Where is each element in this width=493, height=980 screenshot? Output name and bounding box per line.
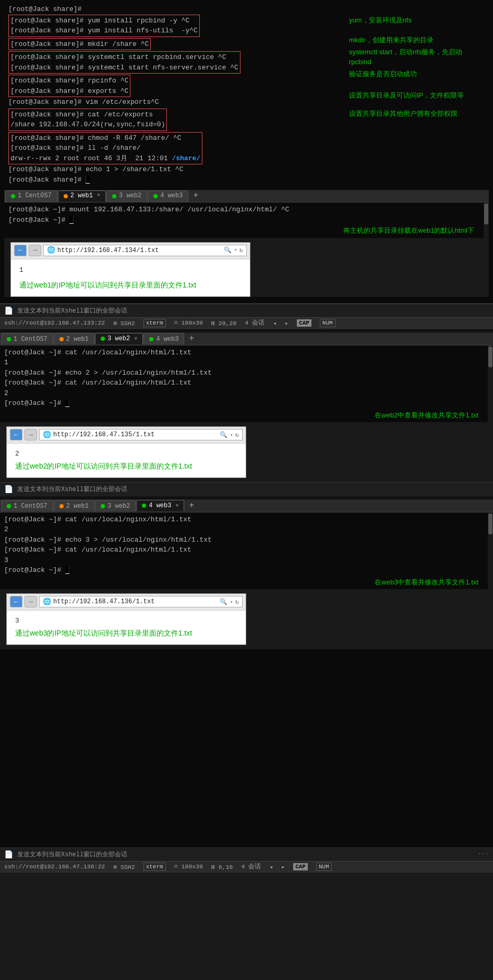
browser-refresh-btn-3[interactable]: ↻	[235, 598, 239, 606]
tab-label-3-4: 4 web3	[149, 502, 171, 509]
session2-section: 1 CentOS7 2 web1 3 web2 × 4 web3 + [root…	[0, 333, 493, 478]
browser-refresh-btn-2[interactable]: ↻	[235, 431, 239, 439]
term-line-3-2: 2	[4, 524, 489, 535]
num-badge-1: NUM	[320, 319, 335, 327]
browser-description-1: 通过web1的IP地址可以访问到共享目录里面的文件1.txt	[19, 280, 242, 290]
status-bar-bottom: ssh://root@192.168.47.136:22 ⊕ SSH2 xter…	[0, 861, 493, 873]
term-line-2-4: [root@Jack ~]# cat /usr/local/nginx/html…	[4, 378, 489, 388]
tab-web2-1[interactable]: 3 web2	[106, 190, 147, 202]
browser-url-text-1: http://192.168.47.134/1.txt	[57, 246, 222, 255]
term-line-3-4: [root@Jack ~]# cat /usr/local/nginx/html…	[4, 545, 489, 555]
browser-back-btn-1[interactable]: ←	[14, 245, 27, 256]
term-line: [root@Jack share]# vim /etc/exports^C	[8, 97, 345, 107]
tab-web1-2[interactable]: 2 web1	[54, 333, 94, 344]
browser-url-text-3: http://192.168.47.136/1.txt	[53, 598, 218, 605]
tab-add-btn-1[interactable]: +	[189, 190, 202, 202]
tab-centos7-1[interactable]: 1 CentOS7	[5, 190, 57, 202]
tab-web2-2[interactable]: 3 web2 ×	[95, 333, 143, 344]
browser-toolbar-1: ← → 🌐 http://192.168.47.134/1.txt 🔍 ▾ ↻	[11, 243, 250, 259]
cmd-box-2: [root@Jack share]# mkdir /share ^C	[8, 38, 151, 51]
term-line: [root@Jack share]# rpcinfo ^C	[10, 76, 128, 86]
term-badge-bottom: xterm	[143, 863, 166, 871]
status-bar-1: ssh://root@192.168.47.133:22 ⊕ SSH2 xter…	[0, 317, 493, 329]
browser-address-bar-2[interactable]: 🌐 http://192.168.47.135/1.txt 🔍 ▾ ↻	[39, 429, 243, 440]
browser-web3: ← → 🌐 http://192.168.47.136/1.txt 🔍 ▾ ↻ …	[6, 593, 246, 645]
browser-forward-btn-2[interactable]: →	[25, 429, 37, 440]
tab-dot-2-1	[7, 337, 11, 341]
arrow-left-bottom: ◂	[269, 863, 273, 870]
browser-forward-btn-1[interactable]: →	[29, 245, 41, 256]
annotation-web3: 在web3中查看并修改共享文件1.txt	[375, 578, 478, 587]
browser-search-icon-3: 🔍	[220, 598, 227, 606]
tab-dot-1	[11, 194, 15, 198]
tab-label-2-3: 3 web2	[107, 335, 130, 342]
section-divider-1	[0, 329, 493, 333]
term-line: [root@Jack share]# systemctl start rpcbi…	[10, 52, 238, 63]
cmd-box-1: [root@Jack share]# yum install rpcbind -…	[8, 15, 200, 37]
tab-dot-2-4	[149, 337, 153, 341]
tab-bar-3: 1 CentOS7 2 web1 3 web2 4 web3 × +	[0, 500, 493, 512]
tab-centos7-3[interactable]: 1 CentOS7	[1, 500, 53, 511]
term-line: [root@Jack share]# echo 1 > /share/1.txt…	[8, 164, 345, 175]
arrow-right-bottom: ▸	[281, 863, 285, 870]
tab-label-3-2: 2 web1	[66, 503, 89, 510]
annotation-6: 设置共享目录其他用户拥有全部权限	[349, 109, 485, 119]
scrollbar-1[interactable]	[484, 202, 489, 238]
annotation-2: mkdir，创建用来共享的目录	[349, 35, 485, 45]
tab-close-1[interactable]: ×	[97, 192, 100, 200]
term-line-2-2: 1	[4, 357, 489, 368]
annotation-1: yum，安装环境及nfs	[349, 16, 485, 26]
scrollbar-2[interactable]	[488, 345, 493, 422]
term-line-3-6: [root@Jack ~]# █	[4, 565, 489, 576]
tab-web3-2[interactable]: 4 web3	[143, 333, 184, 344]
term-line: [root@Jack share]# yum install nfs-utils…	[10, 26, 198, 36]
scrollbar-3[interactable]	[488, 512, 493, 589]
browser-web1: ← → 🌐 http://192.168.47.134/1.txt 🔍 ▾ ↻ …	[10, 242, 250, 297]
tab-dot-2	[64, 194, 68, 198]
tab-dot-3-4	[142, 504, 146, 508]
cursor-badge-1: ⊞ 29,20	[211, 319, 236, 327]
tab-web1-3[interactable]: 2 web1	[54, 500, 94, 511]
tab-web1-1[interactable]: 2 web1 ×	[58, 190, 106, 202]
tab-dot-3-1	[7, 504, 11, 508]
browser-address-bar-1[interactable]: 🌐 http://192.168.47.134/1.txt 🔍 ▾ ↻	[43, 245, 247, 256]
tab-close-3[interactable]: ×	[175, 503, 178, 509]
term-line-2-6: [root@Jack ~]# █	[4, 398, 489, 409]
send-bar-dots: ···	[477, 851, 489, 858]
term-line: [root@Jack share]# systemctl start nfs-s…	[10, 63, 238, 73]
browser-back-btn-2[interactable]: ←	[10, 429, 22, 440]
browser-toolbar-3: ← → 🌐 http://192.168.47.136/1.txt 🔍 ▾ ↻	[7, 594, 246, 611]
term-line: [root@Jack share]# yum install rpcbind -…	[10, 16, 198, 26]
browser-description-3: 通过web3的IP地址可以访问到共享目录里面的文件1.txt	[15, 629, 237, 638]
tab-bar-2: 1 CentOS7 2 web1 3 web2 × 4 web3 +	[0, 333, 493, 345]
send-bar-icon-1: 📄	[4, 306, 13, 315]
cmd-box-6: [root@Jack share]# chmod -R 647 /share/ …	[8, 132, 202, 165]
section-divider-2	[0, 496, 493, 500]
cap-badge-1: CAP	[297, 319, 311, 327]
tab-centos7-2[interactable]: 1 CentOS7	[1, 333, 53, 344]
tab-web3-1[interactable]: 4 web3	[148, 190, 188, 202]
browser-refresh-btn-1[interactable]: ↻	[239, 246, 243, 255]
browser-ie-icon-3: 🌐	[43, 597, 51, 606]
browser-page-text-1: 1	[19, 266, 242, 276]
tab-web2-3[interactable]: 3 web2	[95, 500, 136, 511]
tab-close-2[interactable]: ×	[134, 336, 137, 342]
cmd-box-5: [root@Jack share]# cat /etc/exports /sha…	[8, 109, 167, 131]
tab-add-btn-2[interactable]: +	[185, 334, 198, 343]
tab-label-2-2: 2 web1	[66, 336, 89, 343]
browser-description-2: 通过web2的IP地址可以访问到共享目录里面的文件1.txt	[15, 462, 237, 471]
send-bar-bottom: 📄 发送文本到当前Xshell窗口的全部会话 ···	[0, 847, 493, 861]
term-line-2-5: 2	[4, 388, 489, 399]
session3-section: 1 CentOS7 2 web1 3 web2 4 web3 × + [root…	[0, 500, 493, 645]
cursor-badge-bottom: ⊞ 6,16	[211, 863, 233, 870]
tab-dot-4	[153, 194, 158, 198]
tab-add-btn-3[interactable]: +	[185, 501, 198, 510]
tab-web3-3[interactable]: 4 web3 ×	[136, 500, 184, 511]
browser-address-bar-3[interactable]: 🌐 http://192.168.47.136/1.txt 🔍 ▾ ↻	[39, 596, 243, 607]
browser-content-1: 1 通过web1的IP地址可以访问到共享目录里面的文件1.txt	[11, 259, 250, 296]
tab-label-3-3: 3 web2	[107, 503, 130, 510]
browser-back-btn-3[interactable]: ←	[10, 596, 22, 607]
term-line-2-3: [root@Jack ~]# echo 2 > /usr/local/nginx…	[4, 368, 489, 378]
browser-forward-btn-3[interactable]: →	[25, 596, 37, 607]
tab-dot-3-3	[101, 504, 105, 508]
